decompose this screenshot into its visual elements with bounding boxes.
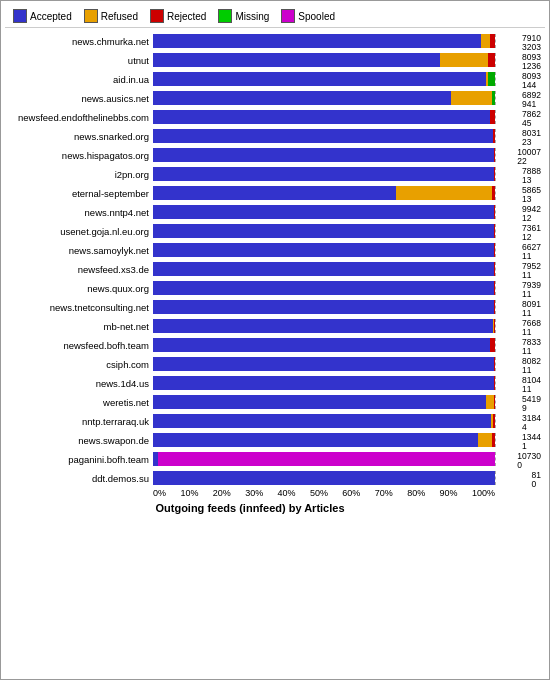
bar-number-label: 793911 — [522, 281, 541, 300]
bar-segments — [153, 395, 495, 409]
chart-container: AcceptedRefusedRejectedMissingSpooled ne… — [0, 0, 550, 680]
bar-label-text: news.nntp4.net — [5, 207, 153, 218]
bar-area: 788813 — [153, 167, 495, 181]
bar-wrapper: 786245 — [153, 110, 495, 124]
bar-segments — [153, 471, 495, 485]
grid-line — [495, 395, 496, 409]
bar-number-label: 586513 — [522, 186, 541, 205]
bar-label-text: news.tnetconsulting.net — [5, 302, 153, 313]
grid-line — [495, 300, 496, 314]
bar-segment-accepted — [153, 471, 495, 485]
bar-segment-refused — [481, 34, 490, 48]
bar-number-label: 808211 — [522, 357, 541, 376]
bar-area: 793911 — [153, 281, 495, 295]
grid-line — [495, 110, 496, 124]
bar-segment-accepted — [153, 72, 486, 86]
bar-segment-rejected — [488, 53, 495, 67]
bar-segment-accepted — [153, 129, 493, 143]
grid-line — [495, 262, 496, 276]
bar-label-text: ddt.demos.su — [5, 473, 153, 484]
bar-row: utnut80931236 — [5, 51, 495, 69]
bar-area: 586513 — [153, 186, 495, 200]
bar-row: news.quux.org793911 — [5, 279, 495, 297]
bar-wrapper: 803123 — [153, 129, 495, 143]
bar-wrapper: 994212 — [153, 205, 495, 219]
bar-area: 54199 — [153, 395, 495, 409]
bar-segment-missing — [488, 72, 495, 86]
bar-segments — [153, 414, 495, 428]
bar-segment-accepted — [153, 300, 494, 314]
bar-wrapper: 79103203 — [153, 34, 495, 48]
legend: AcceptedRefusedRejectedMissingSpooled — [5, 5, 545, 28]
bar-segment-accepted — [153, 357, 494, 371]
legend-item-rejected: Rejected — [150, 9, 206, 23]
bar-label-text: newsfeed.endofthelinebbs.com — [5, 112, 153, 123]
grid-line — [495, 357, 496, 371]
bar-number-label: 54199 — [522, 395, 541, 414]
bar-segment-rejected — [494, 262, 495, 276]
bar-segments — [153, 433, 495, 447]
bar-wrapper: 736112 — [153, 224, 495, 238]
legend-color — [84, 9, 98, 23]
bar-segment-refused — [478, 433, 492, 447]
bar-number-label: 810 — [532, 471, 541, 490]
bar-row: aid.in.ua8093144 — [5, 70, 495, 88]
bar-segment-rejected — [493, 129, 495, 143]
bar-area: 994212 — [153, 205, 495, 219]
bar-segment-accepted — [153, 110, 490, 124]
bar-label-text: news.hispagatos.org — [5, 150, 153, 161]
bar-label-text: paganini.bofh.team — [5, 454, 153, 465]
grid-line — [495, 319, 496, 333]
bar-wrapper: 6892941 — [153, 91, 495, 105]
bar-segment-rejected — [494, 395, 495, 409]
bar-row: news.swapon.de13441 — [5, 431, 495, 449]
bar-label-text: news.snarked.org — [5, 131, 153, 142]
bar-segment-spooled — [158, 452, 495, 466]
bar-wrapper: 793911 — [153, 281, 495, 295]
grid-line — [495, 376, 496, 390]
bar-label-text: nntp.terraraq.uk — [5, 416, 153, 427]
bar-row: news.samoylyk.net662711 — [5, 241, 495, 259]
bar-segment-accepted — [153, 148, 494, 162]
bar-wrapper: 808211 — [153, 357, 495, 371]
bar-row: newsfeed.endofthelinebbs.com786245 — [5, 108, 495, 126]
grid-line — [495, 433, 496, 447]
bar-segment-rejected — [494, 357, 495, 371]
bar-segment-refused — [451, 91, 492, 105]
bar-row: news.1d4.us810411 — [5, 374, 495, 392]
bar-wrapper: 1000722 — [153, 148, 495, 162]
bar-segments — [153, 34, 495, 48]
bar-row: news.snarked.org803123 — [5, 127, 495, 145]
bar-number-label: 803123 — [522, 129, 541, 148]
bar-segment-accepted — [153, 395, 486, 409]
grid-line — [495, 186, 496, 200]
bar-row: news.hispagatos.org1000722 — [5, 146, 495, 164]
bar-segments — [153, 110, 495, 124]
bar-wrapper: 795211 — [153, 262, 495, 276]
bar-area: 786245 — [153, 110, 495, 124]
bar-area: 6892941 — [153, 91, 495, 105]
bar-area: 795211 — [153, 262, 495, 276]
bar-segment-rejected — [494, 281, 495, 295]
bar-area: 809111 — [153, 300, 495, 314]
bar-label-text: usenet.goja.nl.eu.org — [5, 226, 153, 237]
bar-number-label: 994212 — [522, 205, 541, 224]
bar-segment-rejected — [494, 148, 495, 162]
bar-segment-accepted — [153, 167, 494, 181]
bar-number-label: 13441 — [522, 433, 541, 452]
bar-segment-rejected — [494, 243, 495, 257]
bar-segment-accepted — [153, 414, 491, 428]
bar-segment-rejected — [494, 376, 495, 390]
legend-color — [13, 9, 27, 23]
bar-area: 810411 — [153, 376, 495, 390]
bar-segment-accepted — [153, 433, 478, 447]
bar-segment-rejected — [494, 167, 495, 181]
bar-number-label: 788813 — [522, 167, 541, 186]
bar-number-label: 809111 — [522, 300, 541, 319]
bar-number-label: 786245 — [522, 110, 541, 129]
bar-segments — [153, 72, 495, 86]
bar-segments — [153, 91, 495, 105]
grid-line — [495, 72, 496, 86]
bar-number-label: 1000722 — [517, 148, 541, 167]
bar-row: nntp.terraraq.uk31844 — [5, 412, 495, 430]
